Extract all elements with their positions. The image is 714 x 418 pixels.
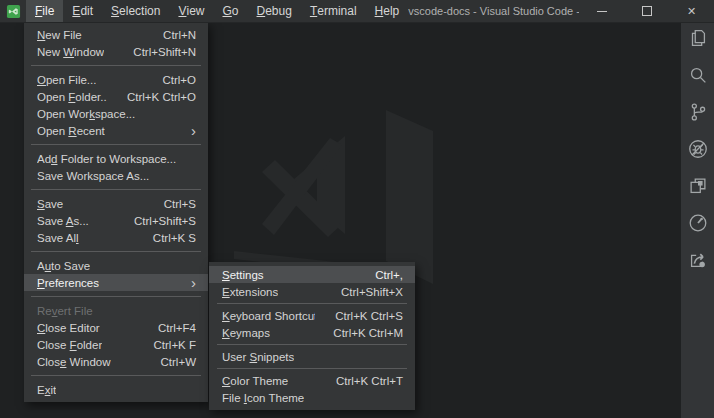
- menu-item-close-folder[interactable]: Close FolderCtrl+K F: [24, 336, 208, 353]
- menu-item-shortcut: Ctrl+N: [163, 29, 196, 41]
- menu-separator: [31, 251, 201, 252]
- menubar-item-terminal[interactable]: Terminal: [301, 0, 366, 22]
- menu-separator: [217, 344, 407, 345]
- menu-separator: [31, 144, 201, 145]
- share-icon[interactable]: [685, 247, 711, 273]
- menu-item-shortcut: Ctrl+Shift+X: [341, 286, 403, 298]
- menu-item-label: Save: [37, 198, 63, 210]
- menu-item-color-theme[interactable]: Color ThemeCtrl+K Ctrl+T: [209, 372, 415, 389]
- menu-item-label: Auto Save: [37, 260, 90, 272]
- menu-item-save-workspace-as[interactable]: Save Workspace As...: [24, 167, 208, 184]
- menu-item-label: Revert File: [37, 305, 93, 317]
- menubar-item-file[interactable]: File: [26, 0, 63, 22]
- extensions-icon[interactable]: [685, 173, 711, 199]
- menu-item-label: Save All: [37, 232, 79, 244]
- menu-item-keyboard-shortcuts[interactable]: Keyboard ShortcutsCtrl+K Ctrl+S: [209, 307, 415, 324]
- activity-bar: [681, 23, 714, 418]
- menu-item-new-file[interactable]: New FileCtrl+N: [24, 26, 208, 43]
- source-control-icon[interactable]: [685, 99, 711, 125]
- menu-item-close-window[interactable]: Close WindowCtrl+W: [24, 353, 208, 370]
- menu-item-new-window[interactable]: New WindowCtrl+Shift+N: [24, 43, 208, 60]
- menu-item-keymaps[interactable]: KeymapsCtrl+K Ctrl+M: [209, 324, 415, 341]
- menu-item-label: Save Workspace As...: [37, 170, 149, 182]
- menu-item-shortcut: Ctrl+F4: [158, 322, 196, 334]
- menu-item-label: Extensions: [222, 286, 278, 298]
- menu-item-revert-file: Revert File: [24, 302, 208, 319]
- menu-item-label: Close Folder: [37, 339, 102, 351]
- menu-item-save-as[interactable]: Save As...Ctrl+Shift+S: [24, 212, 208, 229]
- minimize-button[interactable]: [579, 0, 624, 22]
- menu-separator: [31, 375, 201, 376]
- minimize-icon: [597, 11, 607, 12]
- menu-item-shortcut: Ctrl+K Ctrl+M: [333, 327, 403, 339]
- menu-item-label: User Snippets: [222, 351, 294, 363]
- menu-item-label: Open Recent: [37, 125, 105, 137]
- menu-item-open-recent[interactable]: Open Recent›: [24, 122, 208, 139]
- file-menu: New FileCtrl+NNew WindowCtrl+Shift+NOpen…: [24, 22, 208, 402]
- menu-item-label: Keymaps: [222, 327, 270, 339]
- menu-item-close-editor[interactable]: Close EditorCtrl+F4: [24, 319, 208, 336]
- menu-item-label: Preferences: [37, 277, 99, 289]
- menu-item-label: File Icon Theme: [222, 392, 304, 404]
- window-controls: ✕: [579, 0, 714, 22]
- menu-item-open-file[interactable]: Open File...Ctrl+O: [24, 71, 208, 88]
- menu-item-save[interactable]: SaveCtrl+S: [24, 195, 208, 212]
- menu-item-label: Open Folder...: [37, 91, 107, 103]
- menu-item-label: Close Editor: [37, 322, 100, 334]
- menubar-item-selection[interactable]: Selection: [102, 0, 169, 22]
- menu-item-label: Open Workspace...: [37, 108, 135, 120]
- debug-icon[interactable]: [685, 136, 711, 162]
- menu-separator: [31, 296, 201, 297]
- menu-item-user-snippets[interactable]: User Snippets: [209, 348, 415, 365]
- menu-item-file-icon-theme[interactable]: File Icon Theme: [209, 389, 415, 406]
- menu-item-label: Settings: [222, 269, 264, 281]
- menu-item-add-folder-to-workspace[interactable]: Add Folder to Workspace...: [24, 150, 208, 167]
- menu-item-label: Save As...: [37, 215, 89, 227]
- menu-item-label: New File: [37, 29, 82, 41]
- submenu-chevron-icon: ›: [191, 276, 196, 290]
- menu-item-shortcut: Ctrl+W: [161, 356, 196, 368]
- menu-item-extensions[interactable]: ExtensionsCtrl+Shift+X: [209, 283, 415, 300]
- menu-item-label: Keyboard Shortcuts: [222, 310, 315, 322]
- menu-separator: [217, 368, 407, 369]
- menu-item-shortcut: Ctrl+K Ctrl+S: [335, 310, 403, 322]
- menu-separator: [217, 303, 407, 304]
- menu-separator: [31, 189, 201, 190]
- submenu-chevron-icon: ›: [191, 124, 196, 138]
- explorer-icon[interactable]: [685, 25, 711, 51]
- close-button[interactable]: ✕: [669, 0, 714, 22]
- menubar-item-help[interactable]: Help: [366, 0, 409, 22]
- menu-item-shortcut: Ctrl+Shift+N: [133, 46, 196, 58]
- preferences-submenu: SettingsCtrl+,ExtensionsCtrl+Shift+XKeyb…: [209, 262, 415, 410]
- menubar-item-view[interactable]: View: [169, 0, 213, 22]
- menu-item-shortcut: Ctrl+K S: [153, 232, 196, 244]
- menubar-item-debug[interactable]: Debug: [248, 0, 301, 22]
- search-icon[interactable]: [685, 62, 711, 88]
- menu-item-shortcut: Ctrl+Shift+S: [134, 215, 196, 227]
- menu-item-label: Exit: [37, 384, 56, 396]
- close-icon: ✕: [687, 6, 696, 17]
- menu-item-label: New Window: [37, 46, 104, 58]
- menu-item-label: Color Theme: [222, 375, 288, 387]
- titlebar: FileEditSelectionViewGoDebugTerminalHelp…: [0, 0, 714, 23]
- vscode-insiders-logo-icon: [0, 0, 26, 22]
- menu-item-label: Add Folder to Workspace...: [37, 153, 176, 165]
- menu-item-settings[interactable]: SettingsCtrl+,: [209, 266, 415, 283]
- menu-item-exit[interactable]: Exit: [24, 381, 208, 398]
- menu-item-preferences[interactable]: Preferences›: [24, 274, 208, 291]
- menu-item-open-workspace[interactable]: Open Workspace...: [24, 105, 208, 122]
- menu-item-auto-save[interactable]: Auto Save: [24, 257, 208, 274]
- menu-item-shortcut: Ctrl+K F: [154, 339, 197, 351]
- menu-item-shortcut: Ctrl+K Ctrl+T: [336, 375, 403, 387]
- menu-item-save-all[interactable]: Save AllCtrl+K S: [24, 229, 208, 246]
- menu-item-label: Open File...: [37, 74, 96, 86]
- menu-separator: [31, 65, 201, 66]
- menu-item-open-folder[interactable]: Open Folder...Ctrl+K Ctrl+O: [24, 88, 208, 105]
- menubar-item-edit[interactable]: Edit: [63, 0, 102, 22]
- maximize-button[interactable]: [624, 0, 669, 22]
- menubar-item-go[interactable]: Go: [213, 0, 247, 22]
- menubar: FileEditSelectionViewGoDebugTerminalHelp: [26, 0, 408, 22]
- maximize-icon: [642, 6, 652, 16]
- gauge-icon[interactable]: [685, 210, 711, 236]
- window-title: vscode-docs - Visual Studio Code - Insid…: [408, 0, 579, 22]
